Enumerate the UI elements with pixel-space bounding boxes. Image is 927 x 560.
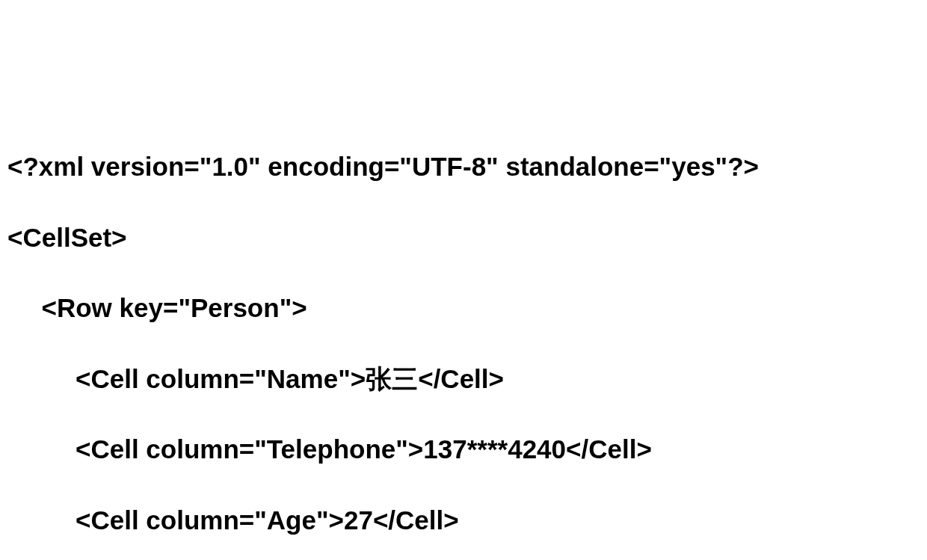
cell-line: <Cell column="Telephone">137****4240</Ce… bbox=[7, 431, 920, 467]
xml-code-block: <?xml version="1.0" encoding="UTF-8" sta… bbox=[7, 114, 920, 560]
row-open: <Row key="Person"> bbox=[7, 290, 920, 325]
cell-line: <Cell column="Age">27</Cell> bbox=[7, 502, 920, 538]
xml-declaration: <?xml version="1.0" encoding="UTF-8" sta… bbox=[7, 149, 920, 184]
cell-line: <Cell column="Name">张三</Cell> bbox=[7, 361, 920, 396]
cellset-open: <CellSet> bbox=[7, 220, 920, 255]
